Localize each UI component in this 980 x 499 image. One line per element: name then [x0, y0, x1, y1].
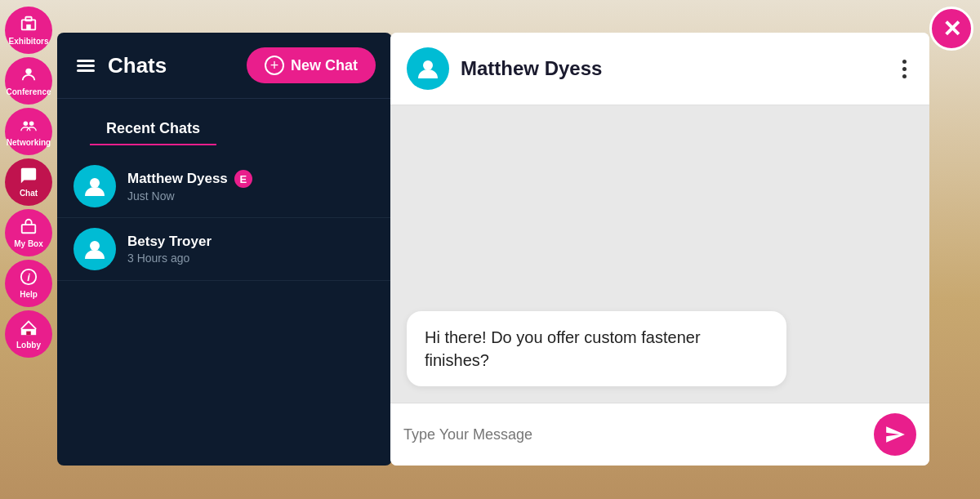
- chat-info-betsy: Betsy Troyer 3 Hours ago: [127, 234, 376, 265]
- lobby-icon: [20, 319, 38, 339]
- svg-point-11: [90, 178, 100, 188]
- chat-badge-matthew: E: [234, 170, 252, 188]
- svg-point-13: [423, 60, 433, 70]
- more-options-button[interactable]: [896, 56, 913, 82]
- exhibitors-label: Exhibitors: [9, 37, 49, 46]
- menu-button[interactable]: [74, 56, 98, 75]
- send-icon: [884, 424, 906, 445]
- chat-name-row-matthew: Matthew Dyess E: [127, 170, 376, 188]
- close-button[interactable]: ✕: [929, 7, 973, 51]
- avatar-betsy: [74, 228, 116, 270]
- svg-rect-1: [25, 17, 31, 21]
- chat-panel: Chats + New Chat Recent Chats Matthew Dy…: [57, 33, 392, 466]
- sidebar-item-chat[interactable]: Chat: [5, 158, 52, 206]
- networking-label: Networking: [7, 138, 51, 147]
- chat-panel-title: Chats: [108, 53, 237, 78]
- chat-list-item-matthew[interactable]: Matthew Dyess E Just Now: [57, 155, 392, 218]
- avatar-matthew: [74, 165, 116, 207]
- sidebar: Exhibitors Conference Networking Ch: [0, 0, 57, 499]
- recent-chats-label: Recent Chats: [90, 107, 216, 145]
- svg-point-3: [25, 69, 31, 74]
- svg-point-4: [24, 121, 28, 126]
- message-header: Matthew Dyess: [390, 33, 929, 105]
- chat-name-row-betsy: Betsy Troyer: [127, 234, 376, 250]
- help-label: Help: [20, 290, 38, 299]
- svg-rect-6: [22, 225, 36, 233]
- chat-icon: [20, 167, 38, 187]
- message-bubble: Hi there! Do you offer custom fastener f…: [407, 311, 786, 386]
- message-header-avatar: [407, 47, 449, 90]
- message-input-row: [390, 403, 929, 466]
- menu-line-3: [77, 69, 95, 72]
- sidebar-item-lobby[interactable]: Lobby: [5, 310, 52, 358]
- svg-point-5: [29, 121, 33, 126]
- chat-list: Matthew Dyess E Just Now Betsy Troyer 3 …: [57, 149, 392, 466]
- message-panel: Matthew Dyess Hi there! Do you offer cus…: [390, 33, 929, 466]
- svg-point-12: [90, 241, 100, 251]
- more-dot-1: [902, 60, 906, 64]
- message-body: Hi there! Do you offer custom fastener f…: [390, 105, 929, 403]
- sidebar-item-help[interactable]: i Help: [5, 260, 52, 307]
- mybox-icon: [20, 217, 38, 238]
- exhibitors-icon: [20, 15, 38, 35]
- menu-line-1: [77, 60, 95, 62]
- chat-list-item-betsy[interactable]: Betsy Troyer 3 Hours ago: [57, 218, 392, 281]
- networking-icon: [20, 116, 38, 136]
- plus-circle-icon: +: [265, 56, 284, 75]
- conference-label: Conference: [6, 87, 51, 96]
- chat-panel-header: Chats + New Chat: [57, 33, 392, 99]
- sidebar-item-exhibitors[interactable]: Exhibitors: [5, 7, 52, 54]
- sidebar-item-conference[interactable]: Conference: [5, 57, 52, 105]
- recent-chats-section: Recent Chats: [57, 99, 392, 149]
- svg-rect-10: [26, 332, 31, 336]
- svg-text:i: i: [27, 271, 30, 283]
- chat-name-betsy: Betsy Troyer: [127, 234, 212, 250]
- new-chat-label: New Chat: [291, 57, 358, 74]
- message-input[interactable]: [403, 426, 864, 443]
- sidebar-item-networking[interactable]: Networking: [5, 108, 52, 155]
- chat-time-betsy: 3 Hours ago: [127, 252, 376, 265]
- mybox-label: My Box: [14, 239, 43, 248]
- conference-icon: [20, 65, 38, 86]
- more-dot-3: [902, 74, 906, 78]
- help-icon: i: [20, 268, 38, 288]
- chat-name-matthew: Matthew Dyess: [127, 171, 228, 187]
- send-button[interactable]: [874, 413, 916, 456]
- message-contact-name: Matthew Dyess: [461, 57, 884, 80]
- chat-time-matthew: Just Now: [127, 189, 376, 203]
- chat-info-matthew: Matthew Dyess E Just Now: [127, 170, 376, 203]
- chat-label: Chat: [20, 189, 38, 198]
- sidebar-item-mybox[interactable]: My Box: [5, 209, 52, 256]
- lobby-label: Lobby: [16, 341, 41, 350]
- more-dot-2: [902, 67, 906, 71]
- menu-line-2: [77, 65, 95, 67]
- new-chat-button[interactable]: + New Chat: [247, 47, 376, 83]
- svg-rect-2: [26, 25, 31, 29]
